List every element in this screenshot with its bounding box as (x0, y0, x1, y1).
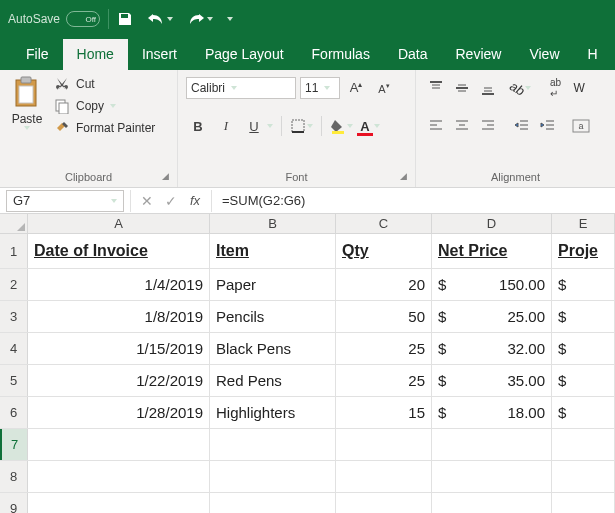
font-name-combo[interactable]: Calibri (186, 77, 296, 99)
fx-enter-button[interactable]: ✓ (159, 193, 183, 209)
cell[interactable]: Item (210, 234, 336, 268)
row-header[interactable]: 2 (0, 269, 28, 300)
col-header-E[interactable]: E (552, 214, 615, 233)
cell[interactable]: 50 (336, 301, 432, 332)
cell[interactable]: $150.00 (432, 269, 552, 300)
fill-color-button[interactable] (330, 118, 353, 134)
cell[interactable] (552, 429, 615, 460)
col-header-C[interactable]: C (336, 214, 432, 233)
cell[interactable]: $25.00 (432, 301, 552, 332)
row-header[interactable]: 9 (0, 493, 28, 513)
autosave-toggle[interactable]: AutoSave Off (8, 11, 100, 27)
undo-button[interactable] (147, 12, 173, 26)
cell[interactable] (210, 493, 336, 513)
align-top-button[interactable] (424, 76, 448, 100)
cell[interactable] (432, 493, 552, 513)
fx-cancel-button[interactable]: ✕ (135, 193, 159, 209)
cell[interactable] (28, 461, 210, 492)
cell[interactable] (210, 429, 336, 460)
bold-button[interactable]: B (186, 114, 210, 138)
paste-button[interactable]: Paste (6, 74, 48, 130)
cell[interactable] (336, 461, 432, 492)
row-header[interactable]: 7 (0, 429, 28, 460)
worksheet-grid[interactable]: A B C D E 1 Date of Invoice Item Qty Net… (0, 214, 615, 513)
font-size-combo[interactable]: 11 (300, 77, 340, 99)
cell[interactable]: $ (552, 365, 615, 396)
cell[interactable]: Paper (210, 269, 336, 300)
cell[interactable]: Qty (336, 234, 432, 268)
wrap-text-button[interactable]: ab↵ (543, 76, 567, 100)
cell[interactable]: Pencils (210, 301, 336, 332)
save-button[interactable] (117, 11, 133, 27)
cell[interactable]: Proje (552, 234, 615, 268)
tab-insert[interactable]: Insert (128, 39, 191, 70)
cell[interactable] (432, 461, 552, 492)
cell[interactable]: Date of Invoice (28, 234, 210, 268)
format-painter-button[interactable]: Format Painter (54, 120, 155, 136)
font-color-button[interactable]: A (357, 119, 380, 134)
align-center-button[interactable] (450, 114, 474, 138)
redo-button[interactable] (187, 12, 213, 26)
underline-button[interactable]: U (242, 114, 273, 138)
cell[interactable]: 1/22/2019 (28, 365, 210, 396)
row-header[interactable]: 6 (0, 397, 28, 428)
cell[interactable]: $18.00 (432, 397, 552, 428)
cell[interactable]: $ (552, 333, 615, 364)
cell[interactable]: Highlighters (210, 397, 336, 428)
row-header[interactable]: 5 (0, 365, 28, 396)
tab-review[interactable]: Review (442, 39, 516, 70)
tab-view[interactable]: View (515, 39, 573, 70)
orientation-button[interactable]: ab (510, 81, 531, 96)
cell[interactable]: 1/8/2019 (28, 301, 210, 332)
cell[interactable]: 1/28/2019 (28, 397, 210, 428)
tab-home[interactable]: Home (63, 39, 128, 70)
row-header[interactable]: 1 (0, 234, 28, 268)
clipboard-launcher[interactable]: ◢ (162, 171, 169, 181)
cell[interactable]: 1/4/2019 (28, 269, 210, 300)
cell[interactable]: 1/15/2019 (28, 333, 210, 364)
tab-formulas[interactable]: Formulas (298, 39, 384, 70)
col-header-A[interactable]: A (28, 214, 210, 233)
font-launcher[interactable]: ◢ (400, 171, 407, 181)
cell[interactable]: $35.00 (432, 365, 552, 396)
cell[interactable] (28, 493, 210, 513)
cell[interactable]: 15 (336, 397, 432, 428)
tab-file[interactable]: File (12, 39, 63, 70)
row-header[interactable]: 3 (0, 301, 28, 332)
cell[interactable]: $ (552, 269, 615, 300)
cell[interactable]: 25 (336, 333, 432, 364)
align-left-button[interactable] (424, 114, 448, 138)
increase-font-button[interactable]: A▴ (344, 76, 368, 100)
increase-indent-button[interactable] (536, 114, 560, 138)
cell[interactable]: $ (552, 301, 615, 332)
autosave-switch-off[interactable]: Off (66, 11, 100, 27)
cell[interactable]: Black Pens (210, 333, 336, 364)
select-all-corner[interactable] (0, 214, 28, 233)
cell[interactable] (552, 493, 615, 513)
align-bottom-button[interactable] (476, 76, 500, 100)
fx-insert-button[interactable]: fx (183, 193, 207, 208)
cell[interactable] (432, 429, 552, 460)
cell[interactable] (336, 493, 432, 513)
cell[interactable]: $ (552, 397, 615, 428)
cell[interactable] (552, 461, 615, 492)
cell[interactable] (336, 429, 432, 460)
merge-center-button[interactable]: a (572, 119, 590, 133)
qat-customize[interactable] (227, 17, 233, 21)
cell[interactable]: Red Pens (210, 365, 336, 396)
formula-input[interactable]: =SUM(G2:G6) (216, 193, 615, 208)
italic-button[interactable]: I (214, 114, 238, 138)
cell[interactable] (28, 429, 210, 460)
col-header-D[interactable]: D (432, 214, 552, 233)
tab-page-layout[interactable]: Page Layout (191, 39, 298, 70)
cell[interactable]: Net Price (432, 234, 552, 268)
border-button[interactable] (290, 118, 313, 134)
align-middle-button[interactable] (450, 76, 474, 100)
col-header-B[interactable]: B (210, 214, 336, 233)
cell[interactable]: $32.00 (432, 333, 552, 364)
row-header[interactable]: 4 (0, 333, 28, 364)
copy-button[interactable]: Copy (54, 98, 155, 114)
cell[interactable]: 20 (336, 269, 432, 300)
tab-data[interactable]: Data (384, 39, 442, 70)
cell[interactable]: 25 (336, 365, 432, 396)
